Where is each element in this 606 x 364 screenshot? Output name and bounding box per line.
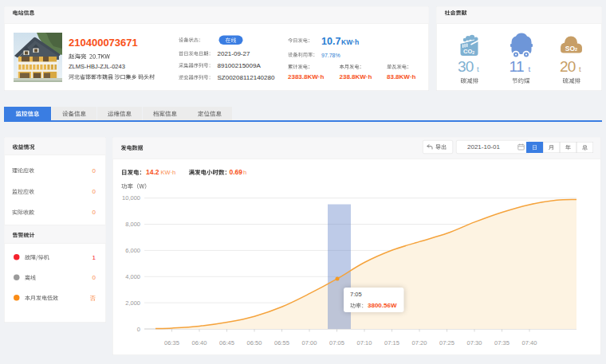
- svg-text:07:20: 07:20: [412, 339, 427, 346]
- svg-text:6,000: 6,000: [125, 247, 140, 254]
- svg-text:07:15: 07:15: [384, 339, 399, 346]
- svg-text:06:35: 06:35: [164, 339, 179, 346]
- svg-text:8,000: 8,000: [125, 221, 140, 228]
- svg-text:07:30: 07:30: [467, 339, 482, 346]
- svg-text:07:40: 07:40: [522, 339, 537, 346]
- svg-text:07:25: 07:25: [439, 339, 454, 346]
- svg-text:06:40: 06:40: [192, 339, 207, 346]
- svg-text:07:05: 07:05: [329, 339, 344, 346]
- svg-text:06:55: 06:55: [274, 339, 289, 346]
- svg-text:2,000: 2,000: [125, 299, 140, 307]
- svg-text:07:35: 07:35: [494, 339, 510, 346]
- svg-text:06:50: 06:50: [247, 339, 262, 346]
- svg-text:06:45: 06:45: [219, 339, 234, 346]
- svg-text:4,000: 4,000: [125, 273, 140, 280]
- svg-text:07:10: 07:10: [357, 339, 372, 346]
- svg-text:07:00: 07:00: [302, 339, 317, 346]
- svg-text:0: 0: [137, 326, 140, 333]
- svg-text:10,000: 10,000: [122, 194, 140, 202]
